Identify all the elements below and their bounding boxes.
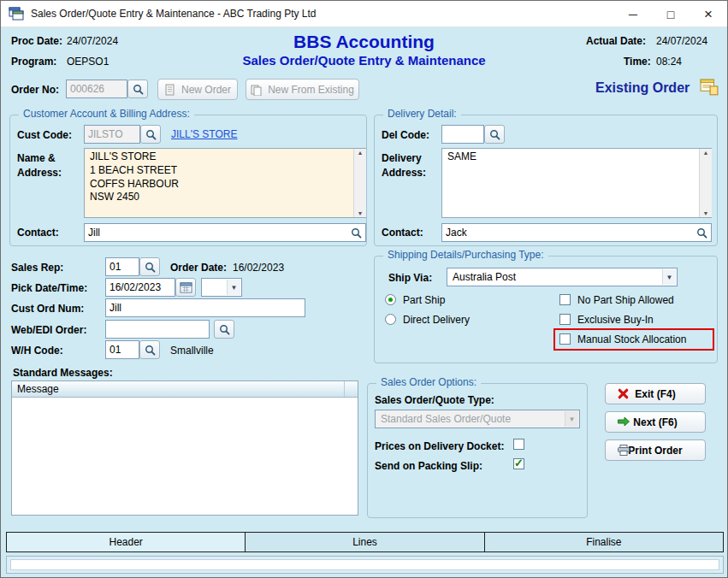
customer-name-link[interactable]: JILL'S STORE xyxy=(171,128,237,140)
delivery-group-title: Delivery Detail: xyxy=(383,108,461,120)
scroll-up-icon: ▲ xyxy=(703,150,709,156)
exit-icon xyxy=(617,387,630,403)
no-part-ship-checkbox[interactable] xyxy=(559,294,571,305)
close-button[interactable]: × xyxy=(690,1,727,27)
chevron-down-icon: ▼ xyxy=(565,411,578,427)
ship-via-select[interactable]: Australia Post ▼ xyxy=(447,268,678,286)
delivery-address-field[interactable]: SAME xyxy=(441,148,712,218)
del-code-field[interactable] xyxy=(441,125,484,144)
exit-button[interactable]: Exit (F4) xyxy=(605,383,706,404)
shipping-group-title: Shipping Details/Purchasing Type: xyxy=(383,249,548,261)
search-icon xyxy=(133,84,144,95)
order-date-value: 16/02/2023 xyxy=(233,262,284,274)
manual-stock-allocation-label: Manual Stock Allocation xyxy=(577,333,686,345)
shipping-details-group: Shipping Details/Purchasing Type: Ship V… xyxy=(374,256,718,363)
web-edi-order-field[interactable] xyxy=(105,320,210,339)
search-icon xyxy=(145,129,157,140)
pick-date-time-label: Pick Date/Time: xyxy=(11,282,87,294)
sales-rep-field[interactable] xyxy=(105,257,139,276)
chevron-down-icon: ▼ xyxy=(662,269,676,285)
customer-contact-field[interactable] xyxy=(84,223,366,242)
message-list-body[interactable] xyxy=(12,398,358,515)
ship-via-value: Australia Post xyxy=(453,271,516,283)
send-on-packing-slip-checkbox[interactable] xyxy=(513,458,524,469)
calendar-icon xyxy=(180,281,192,293)
cust-ord-num-label: Cust Ord Num: xyxy=(11,303,84,315)
sales-order-options-title: Sales Order Options: xyxy=(376,376,481,388)
sales-order-options-group: Sales Order Options: Sales Order/Quote T… xyxy=(367,383,588,518)
cust-code-label: Cust Code: xyxy=(17,129,72,141)
search-icon xyxy=(145,345,156,356)
order-quote-type-select[interactable]: Standard Sales Order/Quote ▼ xyxy=(375,410,580,428)
delivery-address-scrollbar[interactable]: ▲ ▼ xyxy=(699,149,712,217)
search-icon xyxy=(696,227,707,239)
tab-header[interactable]: Header xyxy=(6,532,246,552)
sales-rep-search-button[interactable] xyxy=(139,257,160,276)
prices-on-delivery-docket-checkbox[interactable] xyxy=(513,439,524,450)
pick-time-select[interactable]: ▼ xyxy=(201,278,242,297)
direct-delivery-radio[interactable] xyxy=(385,314,396,325)
order-date-label: Order Date: xyxy=(170,262,227,274)
send-on-packing-slip-label: Send on Packing Slip: xyxy=(375,460,482,472)
exit-button-label: Exit (F4) xyxy=(635,388,675,400)
minimize-button[interactable]: ─ xyxy=(614,1,652,27)
new-order-label: New Order xyxy=(181,84,231,96)
tab-finalise[interactable]: Finalise xyxy=(484,532,724,552)
customer-contact-search-button[interactable] xyxy=(347,224,364,241)
del-code-search-button[interactable] xyxy=(484,125,505,144)
new-order-icon xyxy=(164,84,176,96)
maximize-button[interactable]: □ xyxy=(652,1,690,27)
scroll-down-icon: ▼ xyxy=(358,210,364,216)
app-icon xyxy=(9,7,24,21)
scroll-down-icon: ▼ xyxy=(703,210,709,216)
title-bar: Sales Order/Quote Entry & Maintenance - … xyxy=(1,1,727,27)
new-order-button[interactable]: New Order xyxy=(157,79,238,100)
order-no-field[interactable] xyxy=(66,80,127,98)
search-icon xyxy=(351,227,362,239)
manual-stock-allocation-checkbox[interactable] xyxy=(559,333,571,345)
delivery-address-label: Delivery Address: xyxy=(382,151,431,180)
pick-date-field[interactable] xyxy=(105,278,175,297)
next-button[interactable]: Next (F6) xyxy=(605,411,706,433)
part-ship-radio[interactable] xyxy=(385,294,396,305)
order-no-search-button[interactable] xyxy=(127,80,148,98)
order-status-text: Existing Order xyxy=(595,80,690,96)
status-bar-field xyxy=(10,559,719,570)
printer-icon xyxy=(617,444,630,459)
message-list-header: Message xyxy=(12,381,358,398)
standard-messages-list[interactable]: Message xyxy=(11,380,358,516)
billing-address-scrollbar[interactable]: ▲ ▼ xyxy=(353,149,366,217)
delivery-contact-field[interactable] xyxy=(441,223,712,242)
web-edi-search-button[interactable] xyxy=(214,320,234,339)
actual-date-label: Actual Date: xyxy=(586,35,646,47)
app-window: Sales Order/Quote Entry & Maintenance - … xyxy=(0,0,728,578)
delivery-detail-group: Delivery Detail: Del Code: Delivery Addr… xyxy=(374,115,718,246)
wh-code-search-button[interactable] xyxy=(139,340,160,359)
next-button-label: Next (F6) xyxy=(633,416,677,428)
wh-code-field[interactable] xyxy=(105,340,139,359)
web-edi-order-label: Web/EDI Order: xyxy=(11,324,86,336)
wh-code-label: W/H Code: xyxy=(11,345,63,357)
status-bar xyxy=(6,556,724,574)
billing-address-field[interactable]: JILL'S STORE 1 BEACH STREET COFFS HARBOU… xyxy=(84,148,366,218)
del-code-label: Del Code: xyxy=(382,129,429,141)
new-from-existing-button[interactable]: New From Existing xyxy=(246,79,359,100)
exclusive-buy-in-checkbox[interactable] xyxy=(559,314,571,325)
delivery-contact-search-button[interactable] xyxy=(693,224,710,241)
standard-messages-label: Standard Messages: xyxy=(13,367,113,379)
search-icon xyxy=(489,129,500,140)
bottom-tab-bar: Header Lines Finalise xyxy=(6,532,724,552)
cust-ord-num-field[interactable] xyxy=(105,298,305,317)
cust-code-field[interactable] xyxy=(84,125,140,144)
new-from-existing-icon xyxy=(251,84,263,96)
calendar-button[interactable] xyxy=(175,278,196,297)
cust-code-search-button[interactable] xyxy=(140,125,161,144)
print-order-button-label: Print Order xyxy=(628,445,682,457)
time-value: 08:24 xyxy=(656,56,682,68)
page-title: Sales Order/Quote Entry & Maintenance xyxy=(1,53,727,68)
name-address-label: Name & Address: xyxy=(17,151,75,180)
scroll-up-icon: ▲ xyxy=(358,150,364,156)
tab-lines[interactable]: Lines xyxy=(245,532,484,552)
print-order-button[interactable]: Print Order xyxy=(605,439,706,461)
ship-via-label: Ship Via: xyxy=(388,272,432,284)
